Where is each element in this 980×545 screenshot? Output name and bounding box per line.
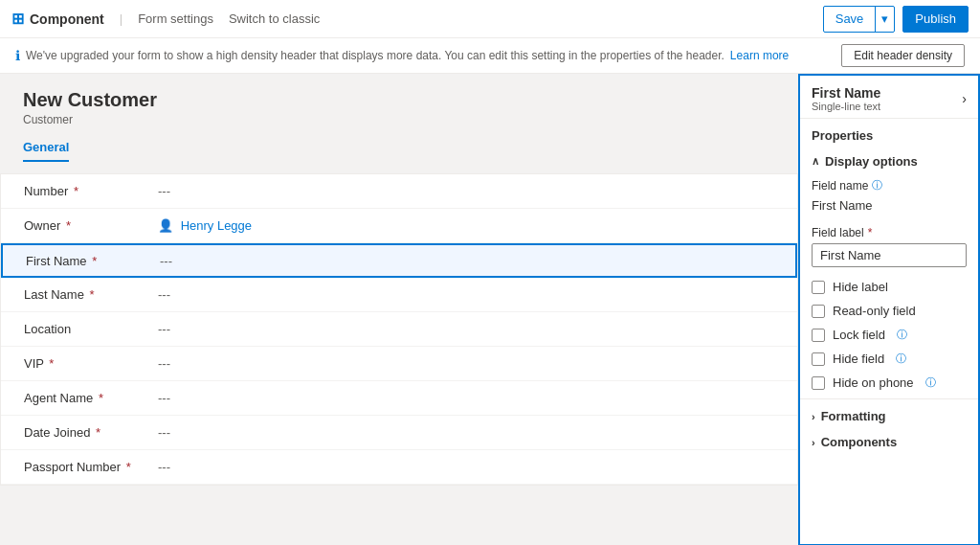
field-value-vip: --- xyxy=(158,356,170,371)
table-row[interactable]: Passport Number * --- xyxy=(1,450,797,485)
hide-on-phone-text: Hide on phone xyxy=(833,375,914,390)
form-area: New Customer Customer General Number * -… xyxy=(0,74,798,545)
field-name-value: First Name xyxy=(812,196,967,215)
field-value-number: --- xyxy=(158,184,170,198)
panel-field-name: First Name xyxy=(812,85,880,101)
hide-on-phone-checkbox[interactable] xyxy=(812,376,825,390)
table-row[interactable]: Last Name * --- xyxy=(1,278,797,312)
required-indicator: * xyxy=(49,356,54,371)
hide-field-info-icon[interactable]: ⓘ xyxy=(896,352,906,366)
save-button[interactable]: Save xyxy=(824,7,877,32)
field-label-datejoined: Date Joined * xyxy=(24,425,158,440)
readonly-field-checkbox-row[interactable]: Read-only field xyxy=(800,299,978,323)
top-bar: ⊞ Component | Form settings Switch to cl… xyxy=(0,0,980,38)
hide-on-phone-info-icon[interactable]: ⓘ xyxy=(925,375,936,390)
field-label-group: Field label * xyxy=(800,222,978,275)
hide-on-phone-checkbox-row[interactable]: Hide on phone ⓘ xyxy=(800,371,978,395)
required-star: * xyxy=(868,226,873,239)
field-label-label: Field label * xyxy=(812,226,967,239)
learn-more-link[interactable]: Learn more xyxy=(730,49,789,62)
field-value-datejoined: --- xyxy=(158,425,170,440)
publish-button[interactable]: Publish xyxy=(902,6,969,33)
table-row[interactable]: VIP * --- xyxy=(1,347,797,381)
table-row[interactable]: Number * --- xyxy=(1,174,797,209)
display-options-label: Display options xyxy=(825,154,918,169)
person-icon: 👤 xyxy=(158,218,173,233)
hide-field-text: Hide field xyxy=(833,352,884,366)
right-panel: First Name Single-line text › Properties… xyxy=(798,74,980,545)
form-section: Number * --- Owner * 👤 Henry Legge xyxy=(0,173,798,486)
table-row[interactable]: Date Joined * --- xyxy=(1,416,797,450)
form-subtitle: Customer xyxy=(23,113,775,126)
field-value-location: --- xyxy=(158,322,170,336)
field-label-input[interactable] xyxy=(812,243,967,267)
lock-field-checkbox[interactable] xyxy=(812,329,825,342)
owner-name-link[interactable]: Henry Legge xyxy=(181,218,252,233)
hide-field-checkbox-row[interactable]: Hide field ⓘ xyxy=(800,347,978,371)
table-row[interactable]: First Name * --- xyxy=(1,243,797,278)
hide-label-text: Hide label xyxy=(833,280,888,294)
field-label-passport: Passport Number * xyxy=(24,460,158,474)
table-row[interactable]: Agent Name * --- xyxy=(1,381,797,416)
readonly-field-checkbox[interactable] xyxy=(812,305,825,318)
form-title: New Customer xyxy=(23,89,775,111)
field-name-info-icon[interactable]: ⓘ xyxy=(872,178,882,193)
lock-field-checkbox-row[interactable]: Lock field ⓘ xyxy=(800,323,978,347)
field-label-vip: VIP * xyxy=(24,356,158,371)
field-value-lastname: --- xyxy=(158,287,170,302)
form-settings-link[interactable]: Form settings xyxy=(138,11,213,26)
required-indicator: * xyxy=(74,184,78,198)
required-indicator: * xyxy=(66,218,71,233)
required-indicator: * xyxy=(90,287,95,302)
field-label-number: Number * xyxy=(24,184,158,198)
readonly-field-text: Read-only field xyxy=(833,304,916,318)
lock-field-text: Lock field xyxy=(833,328,885,342)
chevron-right-icon: › xyxy=(812,411,815,422)
field-value-passport: --- xyxy=(158,460,170,474)
field-label-agentname: Agent Name * xyxy=(24,391,158,405)
general-tab[interactable]: General xyxy=(23,134,69,162)
components-label: Components xyxy=(821,435,897,449)
save-dropdown-button[interactable]: ▾ xyxy=(876,7,894,32)
info-text: We've upgraded your form to show a high … xyxy=(26,49,724,62)
required-indicator: * xyxy=(96,425,100,440)
field-name-group: Field name ⓘ First Name xyxy=(800,174,978,222)
separator: | xyxy=(120,11,122,26)
required-indicator: * xyxy=(99,391,103,405)
info-icon: ℹ xyxy=(15,48,20,63)
field-name-label: Field name ⓘ xyxy=(812,178,967,193)
divider xyxy=(800,398,978,399)
table-row[interactable]: Location --- xyxy=(1,312,797,347)
field-value-firstname: --- xyxy=(160,254,172,268)
components-collapse[interactable]: › Components xyxy=(800,429,978,455)
hide-label-checkbox-row[interactable]: Hide label xyxy=(800,275,978,299)
required-indicator: * xyxy=(126,460,131,474)
info-bar: ℹ We've upgraded your form to show a hig… xyxy=(0,38,980,74)
top-bar-right: Save ▾ Publish xyxy=(823,6,969,33)
panel-field-type: Single-line text xyxy=(812,101,880,112)
table-row[interactable]: Owner * 👤 Henry Legge xyxy=(1,209,797,243)
app-logo: ⊞ Component xyxy=(11,10,104,28)
formatting-collapse[interactable]: › Formatting xyxy=(800,403,978,429)
switch-classic-link[interactable]: Switch to classic xyxy=(229,11,320,26)
field-value-agentname: --- xyxy=(158,391,170,405)
display-options-collapse[interactable]: ∧ Display options xyxy=(800,148,978,174)
field-label-firstname: First Name * xyxy=(26,254,160,268)
panel-field-info: First Name Single-line text xyxy=(812,85,880,112)
field-label-location: Location xyxy=(24,322,158,336)
field-label-lastname: Last Name * xyxy=(24,287,158,302)
main-layout: New Customer Customer General Number * -… xyxy=(0,74,980,545)
app-title: Component xyxy=(30,11,104,27)
formatting-label: Formatting xyxy=(821,409,886,423)
edit-header-density-button[interactable]: Edit header density xyxy=(841,44,965,67)
lock-field-info-icon[interactable]: ⓘ xyxy=(897,328,907,342)
required-indicator: * xyxy=(92,254,97,268)
save-button-group[interactable]: Save ▾ xyxy=(823,6,896,33)
top-bar-left: ⊞ Component | Form settings Switch to cl… xyxy=(11,10,320,28)
form-header: New Customer Customer General xyxy=(0,89,798,173)
hide-field-checkbox[interactable] xyxy=(812,352,825,366)
panel-field-header: First Name Single-line text › xyxy=(800,76,978,119)
chevron-right-icon-2: › xyxy=(812,437,815,448)
panel-chevron-right[interactable]: › xyxy=(962,91,967,106)
hide-label-checkbox[interactable] xyxy=(812,281,825,294)
